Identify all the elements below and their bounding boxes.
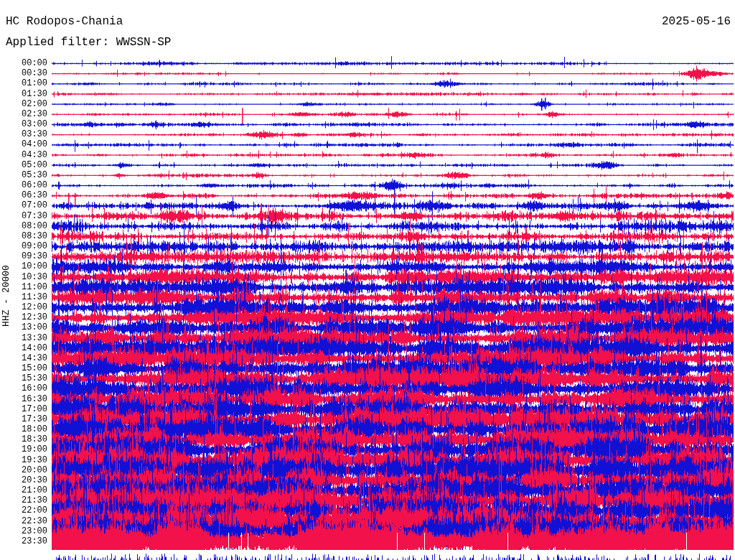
time-label-16:30: 16:30 (3, 395, 47, 404)
time-label-00:30: 00:30 (3, 69, 47, 78)
time-label-22:30: 22:30 (3, 517, 47, 526)
time-label-14:30: 14:30 (3, 354, 47, 363)
time-label-11:00: 11:00 (3, 283, 47, 292)
time-label-06:30: 06:30 (3, 191, 47, 200)
time-label-09:30: 09:30 (3, 252, 47, 261)
time-label-15:00: 15:00 (3, 364, 47, 373)
time-label-13:00: 13:00 (3, 323, 47, 332)
time-label-08:30: 08:30 (3, 232, 47, 241)
time-label-22:00: 22:00 (3, 506, 47, 515)
time-label-17:00: 17:00 (3, 405, 47, 414)
time-label-12:00: 12:00 (3, 303, 47, 312)
time-label-03:00: 03:00 (3, 120, 47, 129)
time-label-12:30: 12:30 (3, 313, 47, 322)
time-label-17:30: 17:30 (3, 415, 47, 424)
time-label-18:00: 18:00 (3, 425, 47, 434)
time-label-20:30: 20:30 (3, 476, 47, 485)
time-label-05:30: 05:30 (3, 171, 47, 180)
time-label-04:00: 04:00 (3, 140, 47, 149)
time-label-02:30: 02:30 (3, 110, 47, 119)
time-label-10:00: 10:00 (3, 262, 47, 271)
time-label-23:00: 23:00 (3, 527, 47, 536)
time-label-14:00: 14:00 (3, 344, 47, 353)
time-label-08:00: 08:00 (3, 222, 47, 231)
time-label-column: 00:0000:3001:0001:3002:0002:3003:0003:30… (0, 0, 50, 560)
time-label-06:00: 06:00 (3, 181, 47, 190)
date-label: 2025-05-16 (662, 15, 731, 28)
time-label-13:30: 13:30 (3, 334, 47, 343)
time-label-09:00: 09:00 (3, 242, 47, 251)
time-label-07:30: 07:30 (3, 212, 47, 221)
time-label-23:30: 23:30 (3, 537, 47, 546)
time-label-03:30: 03:30 (3, 130, 47, 139)
time-label-21:00: 21:00 (3, 486, 47, 495)
time-label-16:00: 16:00 (3, 384, 47, 393)
time-label-20:00: 20:00 (3, 466, 47, 475)
time-label-01:00: 01:00 (3, 79, 47, 88)
time-label-15:30: 15:30 (3, 374, 47, 383)
time-label-01:30: 01:30 (3, 90, 47, 99)
time-label-00:00: 00:00 (3, 59, 47, 68)
time-label-11:30: 11:30 (3, 293, 47, 302)
time-label-19:30: 19:30 (3, 456, 47, 465)
time-label-21:30: 21:30 (3, 496, 47, 505)
helicorder-canvas (0, 0, 735, 560)
time-label-07:00: 07:00 (3, 201, 47, 210)
time-label-18:30: 18:30 (3, 435, 47, 444)
time-label-19:00: 19:00 (3, 445, 47, 454)
time-label-05:00: 05:00 (3, 161, 47, 170)
time-label-10:30: 10:30 (3, 273, 47, 282)
helicorder-page: HC Rodopos-Chania 2025-05-16 Applied fil… (0, 0, 735, 560)
time-label-04:30: 04:30 (3, 151, 47, 160)
time-label-02:00: 02:00 (3, 100, 47, 109)
